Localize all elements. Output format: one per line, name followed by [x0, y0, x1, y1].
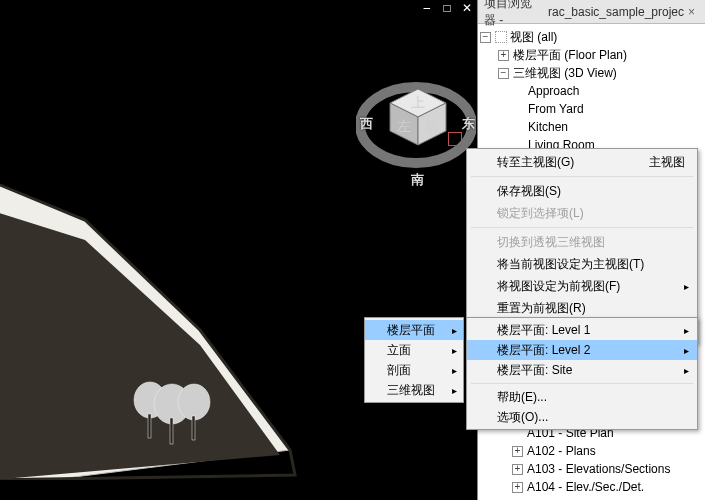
- menu-label: 帮助(E)...: [497, 389, 547, 406]
- menu-label: 将当前视图设定为主视图(T): [497, 256, 644, 273]
- menu-label: 楼层平面: Site: [497, 362, 572, 379]
- expander-icon[interactable]: −: [480, 32, 491, 43]
- tree-label: A103 - Elevations/Sections: [527, 462, 670, 476]
- submenu-level1[interactable]: 楼层平面: Level 1▸: [467, 320, 697, 340]
- expander-icon[interactable]: −: [498, 68, 509, 79]
- menu-separator: [471, 227, 693, 228]
- tree-view-fromyard[interactable]: From Yard: [480, 100, 703, 118]
- menu-label: 转至主视图(G): [497, 154, 574, 171]
- submenu-options[interactable]: 选项(O)...: [467, 407, 697, 427]
- set-front-submenu[interactable]: 楼层平面▸ 立面▸ 剖面▸ 三维视图▸: [364, 317, 464, 403]
- submenu-section[interactable]: 剖面▸: [365, 360, 463, 380]
- tree-label: Approach: [528, 84, 579, 98]
- viewcube[interactable]: 上 左 前 南 东 西: [356, 65, 476, 185]
- expander-icon[interactable]: +: [512, 446, 523, 457]
- menu-lock-selection: 锁定到选择项(L): [467, 202, 697, 224]
- menu-label: 楼层平面: [387, 322, 435, 339]
- tree-view-kitchen[interactable]: Kitchen: [480, 118, 703, 136]
- tree-view-approach[interactable]: Approach: [480, 82, 703, 100]
- tree-root-views[interactable]: − 视图 (all): [480, 28, 703, 46]
- svg-marker-11: [390, 103, 418, 145]
- svg-marker-12: [418, 103, 446, 145]
- home-indicator-icon[interactable]: [448, 132, 462, 146]
- svg-marker-10: [390, 89, 446, 117]
- tree-sheet-a105[interactable]: +A105 - Elev./ Stair Sections: [480, 496, 703, 500]
- viewport-3d[interactable]: ‒ □ ✕ 上 左 前 南 东 西: [0, 0, 477, 500]
- tree-3dview-group[interactable]: − 三维视图 (3D View): [480, 64, 703, 82]
- submenu-arrow-icon: ▸: [452, 365, 457, 376]
- menu-label: 将视图设定为前视图(F): [497, 278, 620, 295]
- viewcube-context-menu[interactable]: 转至主视图(G) 主视图 保存视图(S) 锁定到选择项(L) 切换到透视三维视图…: [466, 148, 698, 344]
- menu-label: 选项(O)...: [497, 409, 548, 426]
- tree-sheet-a104[interactable]: +A104 - Elev./Sec./Det.: [480, 478, 703, 496]
- floor-plan-submenu[interactable]: 楼层平面: Level 1▸ 楼层平面: Level 2▸ 楼层平面: Site…: [466, 317, 698, 430]
- submenu-arrow-icon: ▸: [452, 325, 457, 336]
- menu-save-view[interactable]: 保存视图(S): [467, 180, 697, 202]
- menu-set-home[interactable]: 将当前视图设定为主视图(T): [467, 253, 697, 275]
- svg-rect-7: [170, 418, 173, 444]
- submenu-arrow-icon: ▸: [452, 345, 457, 356]
- menu-label: 保存视图(S): [497, 183, 561, 200]
- viewcube-left-label: 左: [397, 119, 411, 134]
- submenu-arrow-icon: ▸: [684, 325, 689, 336]
- tree-sheet-a103[interactable]: +A103 - Elevations/Sections: [480, 460, 703, 478]
- menu-separator: [471, 176, 693, 177]
- tree-label: 楼层平面 (Floor Plan): [513, 47, 627, 64]
- trees-icon: [130, 380, 250, 470]
- menu-label: 三维视图: [387, 382, 435, 399]
- tree-label: A102 - Plans: [527, 444, 596, 458]
- menu-reset-front[interactable]: 重置为前视图(R): [467, 297, 697, 319]
- menu-label: 重置为前视图(R): [497, 300, 586, 317]
- menu-switch-persp: 切换到透视三维视图: [467, 231, 697, 253]
- menu-separator: [471, 383, 693, 384]
- menu-label: 楼层平面: Level 2: [497, 342, 590, 359]
- tree-floor-plan-group[interactable]: + 楼层平面 (Floor Plan): [480, 46, 703, 64]
- tree-label: A104 - Elev./Sec./Det.: [527, 480, 644, 494]
- viewcube-top-label: 上: [411, 95, 425, 110]
- tab-close-icon[interactable]: ×: [684, 5, 699, 19]
- menu-label: 锁定到选择项(L): [497, 205, 584, 222]
- minimize-icon[interactable]: ‒: [420, 2, 434, 14]
- submenu-level2[interactable]: 楼层平面: Level 2▸: [467, 340, 697, 360]
- menu-set-front[interactable]: 将视图设定为前视图(F)▸: [467, 275, 697, 297]
- compass-south-label[interactable]: 南: [411, 171, 424, 189]
- menu-label: 剖面: [387, 362, 411, 379]
- svg-point-5: [178, 384, 210, 420]
- viewcube-faces[interactable]: 上 左 前: [388, 87, 450, 149]
- views-icon: [495, 31, 507, 43]
- svg-rect-8: [192, 416, 195, 440]
- tree-label: 三维视图 (3D View): [513, 65, 617, 82]
- svg-point-9: [360, 87, 472, 163]
- submenu-arrow-icon: ▸: [684, 365, 689, 376]
- browser-tab[interactable]: 项目浏览器 - rac_basic_sample_project.... ×: [478, 0, 705, 24]
- close-icon[interactable]: ✕: [460, 2, 474, 14]
- tree-label: From Yard: [528, 102, 584, 116]
- submenu-arrow-icon: ▸: [684, 281, 689, 292]
- menu-go-home[interactable]: 转至主视图(G) 主视图: [467, 151, 697, 173]
- menu-label: 切换到透视三维视图: [497, 234, 605, 251]
- menu-label: 楼层平面: Level 1: [497, 322, 590, 339]
- compass-ring-icon[interactable]: [356, 65, 476, 185]
- browser-doc-name: rac_basic_sample_project....: [548, 5, 684, 19]
- compass-west-label[interactable]: 西: [360, 115, 373, 133]
- tree-label: 视图 (all): [510, 29, 557, 46]
- submenu-3dview[interactable]: 三维视图▸: [365, 380, 463, 400]
- menu-shortcut: 主视图: [649, 154, 685, 171]
- expander-icon[interactable]: +: [498, 50, 509, 61]
- submenu-help[interactable]: 帮助(E)...: [467, 387, 697, 407]
- maximize-icon[interactable]: □: [440, 2, 454, 14]
- submenu-floor-plan[interactable]: 楼层平面▸: [365, 320, 463, 340]
- viewport-window-controls: ‒ □ ✕: [420, 2, 474, 14]
- viewcube-front-label: 前: [425, 119, 439, 134]
- compass-east-label[interactable]: 东: [462, 115, 475, 133]
- expander-icon[interactable]: +: [512, 464, 523, 475]
- submenu-elevation[interactable]: 立面▸: [365, 340, 463, 360]
- expander-icon[interactable]: +: [512, 482, 523, 493]
- svg-rect-6: [148, 414, 151, 438]
- submenu-arrow-icon: ▸: [452, 385, 457, 396]
- menu-label: 立面: [387, 342, 411, 359]
- submenu-arrow-icon: ▸: [684, 345, 689, 356]
- submenu-site[interactable]: 楼层平面: Site▸: [467, 360, 697, 380]
- tree-label: Kitchen: [528, 120, 568, 134]
- tree-sheet-a102[interactable]: +A102 - Plans: [480, 442, 703, 460]
